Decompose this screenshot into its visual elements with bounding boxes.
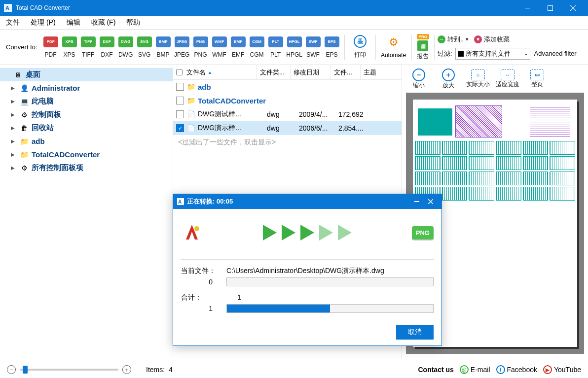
format-label: BMP xyxy=(157,51,170,58)
format-wmf-button[interactable]: WMFWMF xyxy=(210,36,229,58)
format-pdf-button[interactable]: PDFPDF xyxy=(41,36,60,58)
expand-icon[interactable]: ▶ xyxy=(11,138,17,144)
menu-file[interactable]: 文件 xyxy=(6,18,20,27)
expand-icon[interactable]: ▶ xyxy=(11,125,17,131)
file-row[interactable]: 📄DWG测试样...dwg2009/4/...172,692 xyxy=(173,107,402,121)
maximize-button[interactable] xyxy=(539,0,561,16)
menubar: 文件 处理 (P) 编辑 收藏 (F) 帮助 xyxy=(0,16,588,30)
format-bmp-button[interactable]: BMPBMP xyxy=(154,36,173,58)
dialog-close-button[interactable] xyxy=(424,196,438,207)
tree-item-label: 控制面板 xyxy=(32,110,61,119)
format-hpgl-button[interactable]: HPGLHPGL xyxy=(285,36,304,58)
row-checkbox[interactable]: ✓ xyxy=(176,124,184,132)
tree-item[interactable]: ▶👤Administrator xyxy=(0,81,173,95)
format-eps-button[interactable]: EPSEPS xyxy=(323,36,341,58)
menu-favorites[interactable]: 收藏 (F) xyxy=(91,18,116,27)
col-size-label[interactable]: 文件... xyxy=(334,68,352,77)
format-svg-button[interactable]: SVGSVG xyxy=(135,36,154,58)
youtube-link[interactable]: ▶YouTube xyxy=(543,365,581,374)
minimize-button[interactable] xyxy=(516,0,539,16)
zoom-out-button[interactable]: −缩小 xyxy=(405,69,433,90)
dialog-minimize-button[interactable] xyxy=(410,196,424,207)
tree-item[interactable]: ▶⚙所有控制面板项 xyxy=(0,161,173,174)
format-swf-button[interactable]: SWFSWF xyxy=(304,36,323,58)
file-name: DWG测试样... xyxy=(198,110,267,119)
row-checkbox[interactable] xyxy=(176,83,184,91)
expand-icon[interactable]: ▶ xyxy=(11,85,17,91)
email-link[interactable]: @E-mail xyxy=(460,365,490,374)
svg-text:A: A xyxy=(5,5,9,11)
col-name[interactable]: 文件名 ▲ xyxy=(173,65,257,79)
filtered-hint[interactable]: <过滤出了一些文件，双击显示> xyxy=(173,135,402,150)
tree-item[interactable]: 🖥桌面 xyxy=(0,68,173,81)
filter-select[interactable]: 所有支持的文件 ⌄ xyxy=(455,48,530,60)
format-png-button[interactable]: PNGPNG xyxy=(191,36,210,58)
tree-item[interactable]: ▶⚙控制面板 xyxy=(0,108,173,121)
select-all-checkbox[interactable] xyxy=(176,69,183,75)
heart-icon: ♥ xyxy=(474,35,482,43)
row-checkbox[interactable] xyxy=(176,110,184,118)
dwg-badge-icon: DWG xyxy=(118,36,133,47)
menu-help[interactable]: 帮助 xyxy=(126,18,140,27)
col-date-label[interactable]: 修改日期 xyxy=(294,68,319,77)
slider-thumb[interactable] xyxy=(23,366,28,374)
tree-item[interactable]: ▶📁TotalCADConverter xyxy=(0,148,173,161)
zoom-in-button[interactable]: +放大 xyxy=(435,69,462,90)
bmp-badge-icon: BMP xyxy=(156,36,171,47)
dialog-titlebar[interactable]: A 正在转换: 00:05 xyxy=(173,194,441,209)
expand-icon[interactable]: ▶ xyxy=(11,165,17,171)
format-label: SWF xyxy=(306,51,320,58)
format-dwg-button[interactable]: DWGDWG xyxy=(116,36,135,58)
expand-icon[interactable]: ▶ xyxy=(11,152,17,157)
tree-item[interactable]: ▶📁adb xyxy=(0,135,173,148)
format-plt-button[interactable]: PLTPLT xyxy=(266,36,285,58)
expand-icon[interactable]: ▶ xyxy=(11,99,17,104)
row-checkbox[interactable] xyxy=(176,97,184,104)
automate-button[interactable]: ⚙ Automate xyxy=(379,36,408,59)
filter-icon xyxy=(458,51,464,57)
full-page-icon: ▭ xyxy=(530,69,544,80)
contact-us-link[interactable]: Contact us xyxy=(418,366,453,374)
format-dxf-button[interactable]: DXFDXF xyxy=(98,36,116,58)
format-cgm-button[interactable]: CGMCGM xyxy=(248,36,266,58)
zoom-slider[interactable] xyxy=(20,369,118,371)
expand-icon[interactable]: ▶ xyxy=(11,112,17,117)
actual-size-button[interactable]: ≡实际大小 xyxy=(464,69,492,89)
tree-item[interactable]: ▶🗑回收站 xyxy=(0,121,173,135)
total-label: 合计： xyxy=(181,293,226,302)
add-favorite-button[interactable]: ♥ 添加收藏 xyxy=(474,35,510,44)
folder-icon: 📁 xyxy=(187,97,195,104)
file-row[interactable]: ✓📄DWG演示样...dwg2006/6/...2,854.... xyxy=(173,121,402,135)
facebook-link[interactable]: fFacebook xyxy=(496,365,537,374)
zoom-plus-button[interactable]: + xyxy=(122,365,131,374)
plus-icon: + xyxy=(442,69,455,81)
menu-edit[interactable]: 编辑 xyxy=(67,18,80,27)
file-row[interactable]: 📁adb xyxy=(173,80,402,94)
format-tiff-button[interactable]: TIFFTIFF xyxy=(79,36,98,58)
format-xps-button[interactable]: XPSXPS xyxy=(60,36,79,58)
current-file-label: 当前文件： xyxy=(181,267,226,275)
report-button[interactable]: PRO ▦ 报告 xyxy=(417,34,429,61)
print-button[interactable]: 🖶 打印 xyxy=(348,35,372,59)
report-icon: ▦ xyxy=(417,40,428,51)
tree-item-label: adb xyxy=(32,137,45,145)
file-row[interactable]: 📁TotalCADConverter xyxy=(173,94,402,107)
cancel-button[interactable]: 取消 xyxy=(396,325,434,340)
close-button[interactable] xyxy=(561,0,584,16)
full-page-button[interactable]: ▭整页 xyxy=(523,69,551,89)
folder-icon: 📁 xyxy=(20,150,29,159)
format-jpeg-button[interactable]: JPEGJPEG xyxy=(173,36,191,58)
tree-item-label: 回收站 xyxy=(32,123,54,133)
at-icon: @ xyxy=(460,365,469,374)
col-subject-label[interactable]: 主题 xyxy=(364,68,376,77)
fit-width-button[interactable]: ↔适应宽度 xyxy=(494,69,521,89)
menu-process[interactable]: 处理 (P) xyxy=(31,18,56,27)
total-count: 1 xyxy=(181,305,226,312)
goto-button[interactable]: → 转到.. ▼ xyxy=(438,35,469,44)
col-type-label[interactable]: 文件类... xyxy=(260,68,285,77)
tree-item[interactable]: ▶💻此电脑 xyxy=(0,95,173,108)
zoom-minus-button[interactable]: − xyxy=(7,365,16,374)
desktop-icon: 🖥 xyxy=(14,70,23,79)
advanced-filter-link[interactable]: Advanced filter xyxy=(534,50,577,57)
format-emf-button[interactable]: EMFEMF xyxy=(229,36,248,58)
